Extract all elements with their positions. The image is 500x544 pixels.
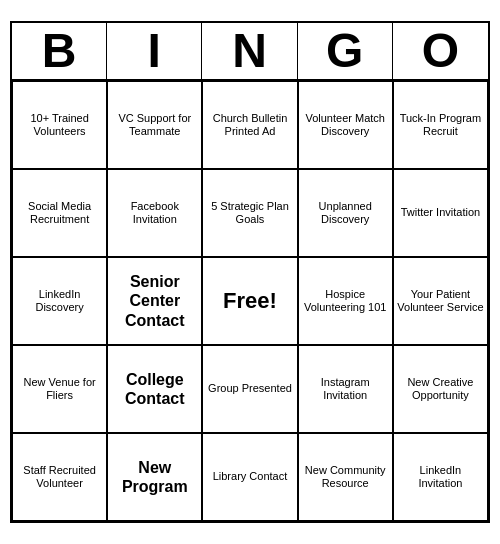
bingo-cell-22: Library Contact [202, 433, 297, 521]
bingo-cell-20: Staff Recruited Volunteer [12, 433, 107, 521]
bingo-cell-18: Instagram Invitation [298, 345, 393, 433]
bingo-cell-10: LinkedIn Discovery [12, 257, 107, 345]
bingo-letter-o: O [393, 23, 488, 79]
bingo-cell-16: College Contact [107, 345, 202, 433]
bingo-cell-24: LinkedIn Invitation [393, 433, 488, 521]
bingo-letter-i: I [107, 23, 202, 79]
bingo-cell-11: Senior Center Contact [107, 257, 202, 345]
bingo-cell-15: New Venue for Fliers [12, 345, 107, 433]
bingo-letter-b: B [12, 23, 107, 79]
bingo-cell-1: VC Support for Teammate [107, 81, 202, 169]
bingo-cell-7: 5 Strategic Plan Goals [202, 169, 297, 257]
bingo-cell-9: Twitter Invitation [393, 169, 488, 257]
bingo-grid: 10+ Trained VolunteersVC Support for Tea… [12, 81, 488, 521]
bingo-cell-21: New Program [107, 433, 202, 521]
bingo-cell-2: Church Bulletin Printed Ad [202, 81, 297, 169]
bingo-cell-17: Group Presented [202, 345, 297, 433]
bingo-header: BINGO [12, 23, 488, 81]
bingo-letter-g: G [298, 23, 393, 79]
bingo-cell-13: Hospice Volunteering 101 [298, 257, 393, 345]
bingo-cell-6: Facebook Invitation [107, 169, 202, 257]
bingo-letter-n: N [202, 23, 297, 79]
bingo-cell-3: Volunteer Match Discovery [298, 81, 393, 169]
bingo-cell-14: Your Patient Volunteer Service [393, 257, 488, 345]
bingo-cell-5: Social Media Recruitment [12, 169, 107, 257]
bingo-cell-8: Unplanned Discovery [298, 169, 393, 257]
bingo-cell-19: New Creative Opportunity [393, 345, 488, 433]
bingo-cell-0: 10+ Trained Volunteers [12, 81, 107, 169]
bingo-cell-23: New Community Resource [298, 433, 393, 521]
bingo-cell-12: Free! [202, 257, 297, 345]
bingo-cell-4: Tuck-In Program Recruit [393, 81, 488, 169]
bingo-card: BINGO 10+ Trained VolunteersVC Support f… [10, 21, 490, 523]
